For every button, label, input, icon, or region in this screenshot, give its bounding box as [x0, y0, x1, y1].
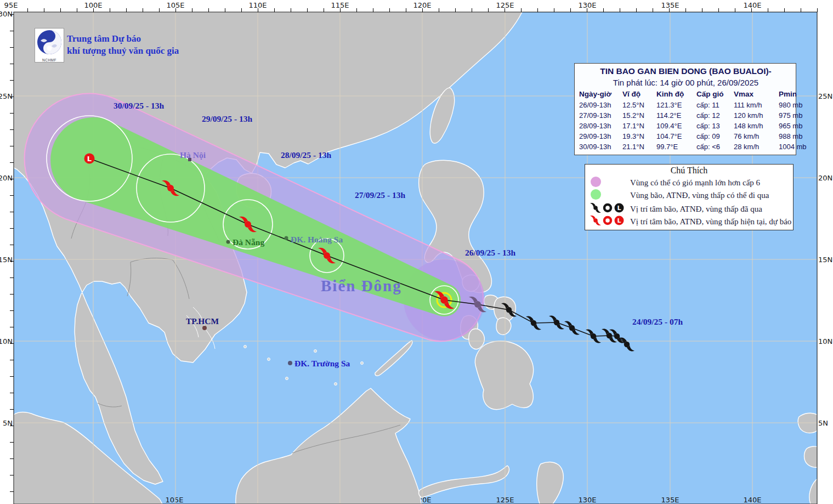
- table-cell: 28/09-13h: [579, 121, 622, 131]
- axis-label: 25N: [818, 92, 832, 100]
- organization-name: Trung tâm Dự báo khí tượng thuỷ văn quốc…: [67, 33, 179, 57]
- bulletin-title: TIN BAO GAN BIEN DONG (BAO BUALOI)-: [579, 65, 792, 77]
- low-pressure-symbol: L: [84, 154, 95, 164]
- sea-name-label: Biển Đông: [321, 277, 402, 295]
- table-cell: 109.4°E: [656, 121, 696, 131]
- table-row: 30/09-13h21.1°N99.7°Ecấp: <628 km/h1004 …: [579, 141, 792, 152]
- col-header: Vmax: [734, 88, 779, 100]
- green-zone-swatch: [591, 189, 601, 200]
- table-row: 26/09-13h12.5°N121.3°Ecấp: 11111 km/h980…: [579, 100, 792, 110]
- axis-label: 135E: [661, 1, 679, 9]
- axis-label: 15N: [818, 256, 832, 264]
- city-label-truongsa: ĐK. Trường Sa: [294, 359, 350, 368]
- table-cell: 12.5°N: [622, 100, 656, 110]
- truongsa-marker: [288, 361, 292, 365]
- axis-label: 110E: [248, 1, 267, 9]
- legend-label: Vị trí tâm bão, ATNĐ, vùng thấp đã qua: [630, 205, 793, 214]
- axis-label: 95E: [4, 1, 18, 9]
- legend-item-pass-zone: Vùng bão, ATNĐ, vùng thấp có thể đi qua: [585, 189, 793, 202]
- table-row: 29/09-13h19.3°N104.7°Ecấp: 0976 km/h988 …: [579, 131, 792, 141]
- logo-caption: NCHMF: [35, 58, 64, 63]
- axis-label: 30N: [0, 10, 13, 18]
- table-cell: 21.1°N: [622, 141, 656, 152]
- axis-label: 140E: [743, 1, 761, 9]
- axis-label: 10N: [818, 337, 832, 346]
- col-header: Vĩ độ: [622, 88, 656, 100]
- table-cell: 76 km/h: [734, 131, 779, 141]
- table-cell: 988 mb: [779, 131, 809, 141]
- org-line1: Trung tâm Dự báo: [67, 33, 179, 45]
- axis-label: 100E: [84, 1, 102, 9]
- landmass-island-east2: [804, 446, 826, 467]
- hoangsa-marker: [285, 236, 288, 240]
- legend-title: Chú Thích: [585, 165, 793, 177]
- table-cell: 1004 mb: [779, 141, 809, 152]
- bulletin-issued-time: Tin phát lúc: 14 giờ 00 phút, 26/09/2025: [579, 77, 792, 88]
- bulletin-table-header: Ngày-giờ Vĩ độ Kinh độ Cấp gió Vmax Pmin: [579, 88, 792, 100]
- table-cell: 15.2°N: [622, 110, 656, 121]
- axis-label: 10N: [0, 337, 13, 346]
- storm-bulletin-panel: TIN BAO GAN BIEN DONG (BAO BUALOI)- Tin …: [574, 63, 796, 155]
- table-cell: 19.3°N: [622, 131, 656, 141]
- purple-zone-swatch: [591, 177, 601, 187]
- date-label: 30/09/25 - 13h: [114, 101, 165, 110]
- axis-label: 5N: [3, 419, 13, 427]
- table-cell: cấp: <6: [696, 141, 734, 152]
- past-position-symbols-icon: L: [590, 202, 627, 214]
- axis-label: 130E: [578, 1, 596, 9]
- axis-label: 105E: [165, 496, 183, 504]
- city-label-hanoi: Hà Nội: [180, 150, 206, 160]
- axis-label: 115E: [331, 1, 349, 9]
- nchmf-logo: NCHMF: [35, 28, 64, 63]
- table-cell: 29/09-13h: [579, 131, 622, 141]
- axis-top-labels: 95E 100E 105E 110E 115E 120E 125E 130E 1…: [4, 1, 762, 9]
- landmass-leyte: [496, 318, 511, 335]
- col-header: Cấp gió: [696, 88, 734, 100]
- table-cell: 99.7°E: [656, 141, 696, 152]
- legend-label: Vị trí tâm bão, ATNĐ, vùng thấp hiện tại…: [630, 217, 793, 226]
- table-cell: 28 km/h: [734, 141, 779, 152]
- axis-label: 125E: [496, 1, 514, 9]
- legend-label: Vùng có thể có gió mạnh lớn hơn cấp 6: [630, 178, 793, 188]
- danang-marker: [226, 240, 230, 244]
- table-cell: cấp: 12: [696, 110, 734, 121]
- hcm-marker: [202, 326, 207, 330]
- table-cell: 975 mb: [779, 110, 809, 121]
- col-header: Pmin: [779, 88, 809, 100]
- city-label-hcm: TP.HCM: [186, 316, 219, 326]
- table-cell: 965 mb: [779, 121, 809, 131]
- table-cell: 120 km/h: [734, 110, 779, 121]
- table-row: 28/09-13h17.1°N109.4°Ecấp: 13148 km/h965…: [579, 121, 792, 131]
- table-cell: cấp: 09: [696, 131, 734, 141]
- svg-text:L: L: [87, 155, 92, 163]
- table-cell: 114.2°E: [656, 110, 696, 121]
- table-cell: 980 mb: [779, 100, 809, 110]
- axis-label: 120E: [413, 1, 431, 9]
- axis-label: 5N: [818, 419, 828, 427]
- table-cell: 30/09-13h: [579, 141, 622, 152]
- table-row: 27/09-13h15.2°N114.2°Ecấp: 12120 km/h975…: [579, 110, 792, 121]
- typhoon-forecast-map-screen: 95E 105E 120E 125E 130E 135E 140E: [0, 0, 833, 504]
- legend-panel: Chú Thích Vùng có thể có gió mạnh lớn hơ…: [585, 164, 794, 230]
- legend-item-forecast-position: L Vị trí tâm bão, ATNĐ, vùng thấp hiện t…: [585, 214, 793, 227]
- landmass-negros: [469, 329, 485, 349]
- svg-text:L: L: [617, 205, 621, 212]
- legend-label: Vùng bão, ATNĐ, vùng thấp có thể đi qua: [630, 191, 793, 200]
- table-cell: 17.1°N: [622, 121, 656, 131]
- table-cell: 27/09-13h: [579, 110, 622, 121]
- table-cell: 111 km/h: [734, 100, 779, 110]
- date-label: 27/09/25 - 13h: [355, 190, 406, 200]
- axis-right-labels: 25N 20N 15N 10N 5N: [818, 92, 832, 427]
- city-label-danang: Đà Nẵng: [233, 237, 264, 247]
- axis-label: 25N: [0, 92, 13, 100]
- table-cell: cấp: 13: [696, 121, 734, 131]
- table-cell: cấp: 11: [696, 100, 734, 110]
- table-cell: 148 km/h: [734, 121, 779, 131]
- date-label: 29/09/25 - 13h: [202, 114, 253, 123]
- axis-left-labels: 30N 25N 20N 15N 10N 5N: [0, 10, 13, 427]
- table-cell: 121.3°E: [656, 100, 696, 110]
- axis-label: 105E: [166, 1, 184, 9]
- axis-label: 20N: [818, 174, 832, 182]
- svg-text:L: L: [617, 217, 621, 224]
- date-label: 26/09/25 - 13h: [465, 248, 516, 257]
